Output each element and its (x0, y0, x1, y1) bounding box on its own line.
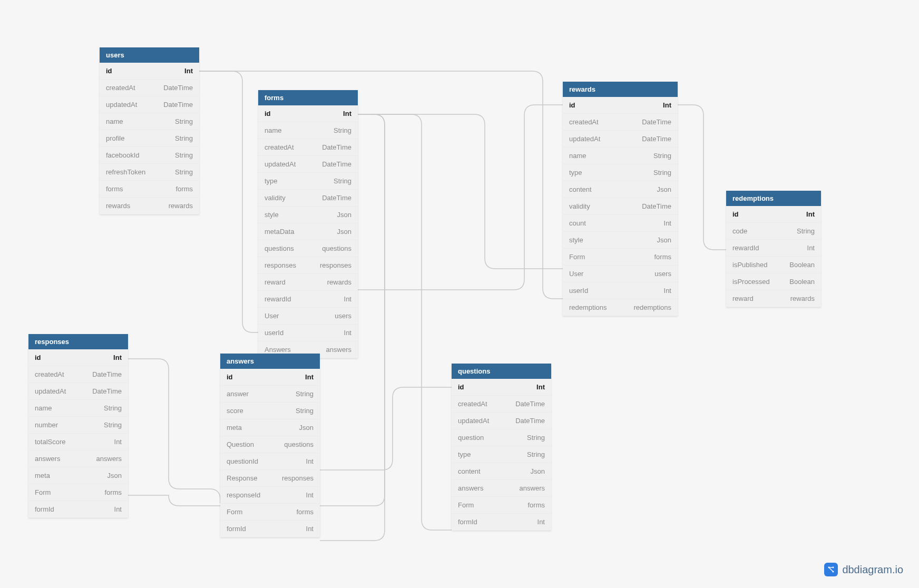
field-name: refreshToken (106, 168, 145, 176)
table-field-row[interactable]: createdAtDateTime (258, 139, 358, 156)
table-field-row[interactable]: styleJson (563, 232, 678, 249)
table-field-row[interactable]: Formforms (563, 249, 678, 266)
table-field-row[interactable]: Formforms (452, 497, 551, 514)
table-field-row[interactable]: answersanswers (452, 480, 551, 497)
table-field-row[interactable]: updatedAtDateTime (28, 383, 128, 400)
table-field-row[interactable]: idInt (258, 105, 358, 122)
table-field-row[interactable]: userIdInt (563, 282, 678, 299)
table-field-row[interactable]: scoreString (220, 403, 320, 419)
table-field-row[interactable]: nameString (563, 148, 678, 164)
table-field-row[interactable]: contentJson (563, 181, 678, 198)
connection-line (358, 114, 563, 269)
table-field-row[interactable]: isPublishedBoolean (726, 257, 821, 273)
table-field-row[interactable]: idInt (726, 206, 821, 223)
field-type: redemptions (633, 303, 671, 311)
table-field-row[interactable]: updatedAtDateTime (563, 131, 678, 148)
table-field-row[interactable]: rewardsrewards (100, 198, 199, 214)
table-field-row[interactable]: numberString (28, 417, 128, 434)
table-field-row[interactable]: questionIdInt (220, 453, 320, 470)
table-field-row[interactable]: idInt (563, 97, 678, 114)
table-field-row[interactable]: createdAtDateTime (100, 80, 199, 96)
field-name: createdAt (265, 143, 294, 151)
table-field-row[interactable]: formsforms (100, 181, 199, 198)
table-field-row[interactable]: responsesresponses (258, 257, 358, 274)
table-field-row[interactable]: facebookIdString (100, 147, 199, 164)
table-field-row[interactable]: rewardrewards (726, 290, 821, 307)
table-field-row[interactable]: createdAtDateTime (452, 396, 551, 413)
table-header[interactable]: users (100, 47, 199, 63)
table-field-row[interactable]: updatedAtDateTime (258, 156, 358, 173)
table-field-row[interactable]: rewardIdInt (258, 291, 358, 308)
table-field-row[interactable]: refreshTokenString (100, 164, 199, 181)
field-name: rewardId (732, 244, 759, 252)
table-field-row[interactable]: nameString (100, 113, 199, 130)
table-field-row[interactable]: typeString (452, 446, 551, 463)
table-field-row[interactable]: codeString (726, 223, 821, 240)
table-field-row[interactable]: idInt (28, 349, 128, 366)
table-field-row[interactable]: questionString (452, 429, 551, 446)
table-field-row[interactable]: answersanswers (28, 450, 128, 467)
field-type: String (653, 169, 671, 177)
table-field-row[interactable]: totalScoreInt (28, 434, 128, 450)
table-field-row[interactable]: typeString (258, 173, 358, 190)
field-name: updatedAt (35, 387, 66, 395)
table-field-row[interactable]: Formforms (220, 504, 320, 521)
table-field-row[interactable]: isProcessedBoolean (726, 273, 821, 290)
table-field-row[interactable]: metaDataJson (258, 223, 358, 240)
table-field-row[interactable]: questionsquestions (258, 240, 358, 257)
table-answers[interactable]: answersidIntanswerStringscoreStringmetaJ… (220, 354, 320, 537)
table-field-row[interactable]: rewardIdInt (726, 240, 821, 257)
table-field-row[interactable]: styleJson (258, 207, 358, 223)
table-field-row[interactable]: nameString (258, 122, 358, 139)
table-field-row[interactable]: countInt (563, 215, 678, 232)
table-field-row[interactable]: profileString (100, 130, 199, 147)
table-field-row[interactable]: validityDateTime (563, 198, 678, 215)
table-header[interactable]: forms (258, 90, 358, 105)
table-header[interactable]: questions (452, 364, 551, 379)
table-field-row[interactable]: createdAtDateTime (28, 366, 128, 383)
table-field-row[interactable]: typeString (563, 164, 678, 181)
table-header[interactable]: redemptions (726, 191, 821, 206)
table-rewards[interactable]: rewardsidIntcreatedAtDateTimeupdatedAtDa… (563, 82, 678, 316)
field-name: number (35, 421, 58, 429)
table-header[interactable]: responses (28, 334, 128, 349)
table-redemptions[interactable]: redemptionsidIntcodeStringrewardIdIntisP… (726, 191, 821, 307)
field-type: Json (337, 211, 351, 219)
field-type: String (175, 151, 193, 159)
table-field-row[interactable]: responseIdInt (220, 487, 320, 504)
table-header[interactable]: rewards (563, 82, 678, 97)
field-type: Json (657, 185, 671, 193)
table-field-row[interactable]: formIdInt (452, 514, 551, 531)
table-field-row[interactable]: userIdInt (258, 325, 358, 341)
field-name: createdAt (106, 84, 135, 92)
table-field-row[interactable]: Userusers (258, 308, 358, 325)
table-responses[interactable]: responsesidIntcreatedAtDateTimeupdatedAt… (28, 334, 128, 518)
table-field-row[interactable]: Questionquestions (220, 436, 320, 453)
field-name: isProcessed (732, 278, 770, 286)
table-field-row[interactable]: idInt (100, 63, 199, 80)
table-field-row[interactable]: formIdInt (220, 521, 320, 537)
table-field-row[interactable]: contentJson (452, 463, 551, 480)
table-field-row[interactable]: formIdInt (28, 501, 128, 518)
diagram-canvas[interactable]: usersidIntcreatedAtDateTimeupdatedAtDate… (0, 0, 919, 588)
table-field-row[interactable]: updatedAtDateTime (452, 413, 551, 429)
field-name: createdAt (35, 370, 64, 378)
table-field-row[interactable]: redemptionsredemptions (563, 299, 678, 316)
table-forms[interactable]: formsidIntnameStringcreatedAtDateTimeupd… (258, 90, 358, 358)
table-questions[interactable]: questionsidIntcreatedAtDateTimeupdatedAt… (452, 364, 551, 531)
table-field-row[interactable]: Responseresponses (220, 470, 320, 487)
table-header[interactable]: answers (220, 354, 320, 369)
table-field-row[interactable]: validityDateTime (258, 190, 358, 207)
table-field-row[interactable]: nameString (28, 400, 128, 417)
table-field-row[interactable]: metaJson (28, 467, 128, 484)
table-field-row[interactable]: idInt (220, 369, 320, 386)
table-field-row[interactable]: updatedAtDateTime (100, 96, 199, 113)
table-users[interactable]: usersidIntcreatedAtDateTimeupdatedAtDate… (100, 47, 199, 214)
table-field-row[interactable]: Formforms (28, 484, 128, 501)
table-field-row[interactable]: createdAtDateTime (563, 114, 678, 131)
table-field-row[interactable]: metaJson (220, 419, 320, 436)
table-field-row[interactable]: rewardrewards (258, 274, 358, 291)
table-field-row[interactable]: idInt (452, 379, 551, 396)
table-field-row[interactable]: answerString (220, 386, 320, 403)
table-field-row[interactable]: Userusers (563, 266, 678, 282)
